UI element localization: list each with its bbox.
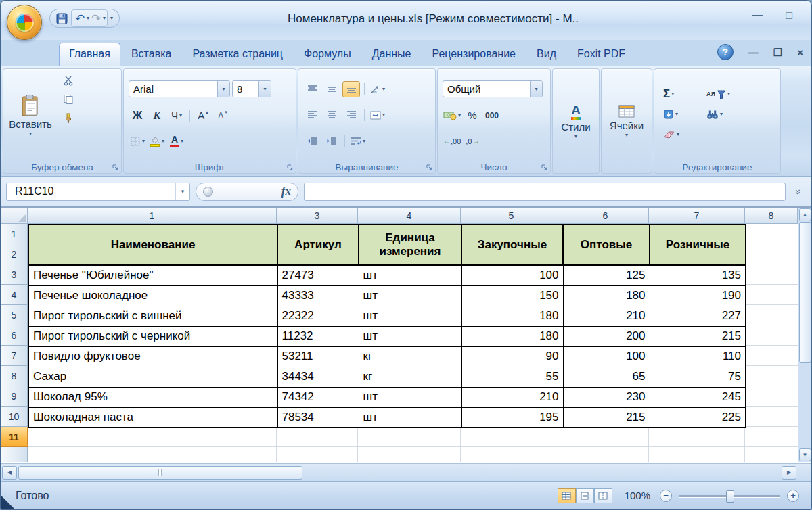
- cell[interactable]: 227: [650, 306, 746, 326]
- qat-customize-arrow[interactable]: ▾: [110, 16, 113, 21]
- page-break-view-button[interactable]: [594, 488, 612, 503]
- cell[interactable]: Сахар: [28, 367, 277, 387]
- name-box-dropdown-arrow[interactable]: ▾: [175, 183, 189, 200]
- number-dialog-launcher[interactable]: [541, 164, 548, 171]
- cell[interactable]: шт: [359, 285, 461, 306]
- workbook-close-button[interactable]: ×: [797, 47, 803, 57]
- normal-view-button[interactable]: [558, 488, 576, 503]
- fill-color-button[interactable]: ▾: [148, 133, 166, 149]
- vertical-scrollbar[interactable]: ▲ ▼: [798, 208, 811, 462]
- cell[interactable]: Печенье шоколадное: [28, 285, 277, 306]
- cell[interactable]: 210: [461, 387, 563, 407]
- orientation-button[interactable]: ab ▾: [369, 81, 386, 97]
- tab-foxit-pdf[interactable]: Foxit PDF: [567, 43, 635, 66]
- tab-razmetka[interactable]: Разметка страниц: [182, 43, 293, 66]
- cell[interactable]: 180: [461, 326, 563, 346]
- table-header-cell[interactable]: Закупочные: [461, 225, 563, 265]
- paste-dropdown-arrow[interactable]: ▾: [29, 131, 32, 137]
- cells-dropdown-arrow[interactable]: ▾: [625, 133, 628, 138]
- cell[interactable]: Пирог тирольский с вишней: [28, 306, 277, 326]
- tab-glavnaya[interactable]: Главная: [59, 43, 120, 66]
- redo-dropdown-arrow[interactable]: ▾: [103, 16, 106, 21]
- cell[interactable]: 215: [650, 326, 746, 346]
- cell[interactable]: 34434: [277, 367, 359, 387]
- align-left-button[interactable]: [303, 107, 321, 123]
- cell[interactable]: 135: [650, 265, 746, 285]
- row-header-7[interactable]: 7: [1, 346, 28, 366]
- merge-center-button[interactable]: ▾: [369, 107, 386, 123]
- column-header-7[interactable]: 7: [649, 208, 745, 224]
- tab-recenzirovanie[interactable]: Рецензирование: [422, 43, 526, 66]
- paste-button[interactable]: Вставить ▾: [5, 71, 55, 159]
- cell[interactable]: 200: [563, 326, 650, 346]
- styles-button[interactable]: А Стили ▾: [558, 102, 593, 141]
- page-layout-view-button[interactable]: [576, 488, 594, 503]
- fill-color-dropdown-arrow[interactable]: ▾: [162, 139, 164, 144]
- autosum-dropdown-arrow[interactable]: ▾: [671, 91, 674, 97]
- cell[interactable]: 11232: [277, 326, 359, 346]
- tab-vstavka[interactable]: Вставка: [121, 43, 181, 66]
- redo-button[interactable]: ↷: [89, 11, 103, 26]
- cells-button[interactable]: Ячейки ▾: [607, 103, 646, 139]
- find-select-button[interactable]: ▾: [703, 106, 745, 122]
- workbook-minimize-button[interactable]: —: [748, 47, 759, 57]
- save-button[interactable]: [55, 11, 68, 26]
- cell[interactable]: кг: [359, 367, 461, 387]
- zoom-slider-thumb[interactable]: [726, 490, 734, 503]
- orientation-dropdown-arrow[interactable]: ▾: [382, 87, 385, 92]
- horizontal-scrollbar-thumb[interactable]: [18, 466, 302, 480]
- italic-button[interactable]: К: [148, 108, 166, 124]
- align-bottom-button[interactable]: [342, 81, 360, 97]
- table-header-cell[interactable]: Артикул: [277, 225, 359, 265]
- increase-font-size-button[interactable]: А ▴: [194, 108, 212, 124]
- font-dialog-launcher[interactable]: [286, 164, 294, 171]
- column-header-4[interactable]: 4: [358, 208, 461, 224]
- font-family-select[interactable]: Arial ▾: [129, 80, 230, 97]
- align-center-button[interactable]: [323, 107, 340, 123]
- row-header-1[interactable]: 1: [1, 224, 28, 244]
- fill-dropdown-arrow[interactable]: ▾: [675, 112, 678, 117]
- row-header-2[interactable]: 2: [1, 244, 28, 264]
- table-header-cell[interactable]: Единица измерения: [359, 225, 461, 265]
- cell[interactable]: 22322: [277, 306, 359, 326]
- sort-filter-button[interactable]: АЯ ▾: [703, 86, 745, 102]
- decrease-decimal-button[interactable]: ,0→: [464, 133, 481, 149]
- copy-button[interactable]: [60, 91, 77, 108]
- font-size-select[interactable]: 8 ▾: [232, 80, 271, 97]
- formula-bar-expand-button[interactable]: »: [791, 183, 806, 201]
- font-color-dropdown-arrow[interactable]: ▾: [181, 139, 183, 144]
- accounting-dropdown-arrow[interactable]: ▾: [458, 113, 461, 118]
- scroll-left-button[interactable]: ◀: [2, 466, 17, 480]
- cell[interactable]: 74342: [277, 387, 359, 407]
- increase-indent-button[interactable]: [323, 133, 340, 149]
- column-header-3[interactable]: 3: [277, 208, 358, 224]
- cell[interactable]: 75: [650, 367, 746, 387]
- underline-dropdown-arrow[interactable]: ▾: [179, 113, 182, 118]
- tab-vid[interactable]: Вид: [526, 43, 566, 66]
- row-header-6[interactable]: 6: [1, 325, 28, 346]
- borders-button[interactable]: ▾: [129, 133, 146, 149]
- cell-area[interactable]: НаименованиеАртикулЕдиница измеренияЗаку…: [28, 224, 798, 462]
- increase-decimal-button[interactable]: ←,00: [443, 133, 461, 149]
- borders-dropdown-arrow[interactable]: ▾: [142, 139, 145, 144]
- row-header-11[interactable]: 11: [1, 427, 28, 447]
- autosum-button[interactable]: Σ ▾: [658, 86, 700, 102]
- table-header-cell[interactable]: Розничные: [650, 225, 746, 265]
- cell[interactable]: 215: [563, 407, 650, 427]
- cell[interactable]: шт: [359, 265, 461, 285]
- wrap-text-dropdown-arrow[interactable]: ▾: [363, 139, 365, 144]
- zoom-slider[interactable]: [679, 490, 780, 502]
- font-color-button[interactable]: А ▾: [168, 133, 185, 149]
- comma-style-button[interactable]: 000: [483, 108, 501, 124]
- cell[interactable]: 230: [563, 387, 650, 407]
- styles-dropdown-arrow[interactable]: ▾: [574, 134, 577, 139]
- select-all-corner[interactable]: [1, 208, 28, 224]
- column-header-8[interactable]: 8: [745, 208, 798, 224]
- cell[interactable]: 78534: [277, 407, 359, 427]
- undo-button[interactable]: ↶: [73, 11, 87, 26]
- cell[interactable]: 180: [563, 285, 650, 306]
- decrease-font-size-button[interactable]: А ▾: [214, 108, 231, 124]
- cell[interactable]: Повидло фруктовое: [28, 346, 277, 367]
- cell[interactable]: 100: [563, 346, 650, 367]
- row-header-partial[interactable]: [1, 447, 28, 462]
